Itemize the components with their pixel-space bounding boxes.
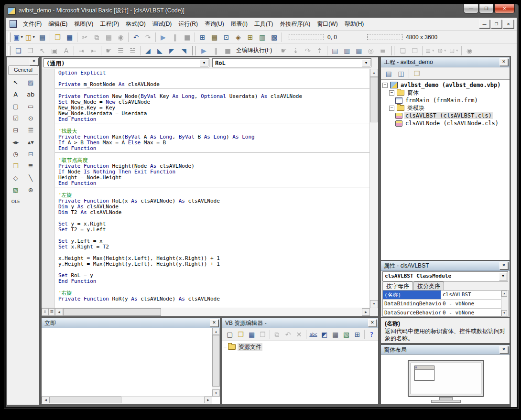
- cut-button[interactable]: ✂: [79, 32, 90, 43]
- project-explorer-button[interactable]: ⊞: [197, 32, 208, 43]
- toolbox-close-button[interactable]: ✕: [30, 58, 38, 65]
- save-resource-button[interactable]: ▦: [247, 330, 257, 340]
- new-resource-button[interactable]: ▢: [225, 330, 235, 340]
- toggle-bookmark-button[interactable]: ◢: [142, 45, 153, 56]
- component-manager-button[interactable]: ▩: [269, 32, 280, 43]
- scroll-left-button[interactable]: ◀: [42, 397, 50, 403]
- delete-resource-button[interactable]: ✕: [294, 330, 304, 340]
- class-item-1-label[interactable]: clsAVLBST (clsAVLBST.cls): [404, 112, 493, 119]
- string-table-button[interactable]: abc: [308, 330, 318, 340]
- menu-item[interactable]: 窗口(W): [314, 19, 341, 30]
- resource-editor-content[interactable]: ┈ 资源文件: [222, 341, 378, 404]
- property-value[interactable]: 0 - vbNone: [441, 300, 501, 308]
- scroll-down-button[interactable]: ▼: [212, 389, 220, 397]
- toolbar-grip[interactable]: [8, 32, 11, 42]
- full-module-view-button[interactable]: ☰: [48, 308, 55, 316]
- vscrollbar-tool[interactable]: ▴▾: [24, 137, 37, 147]
- tree-row-clsavlnode[interactable]: clsAVLNode (clsAVLNode.cls): [381, 119, 510, 127]
- resource-help-button[interactable]: ?: [367, 330, 377, 340]
- tree-row-forms-folder[interactable]: − 窗体: [381, 89, 510, 97]
- cursor-editor-button[interactable]: ◩: [319, 330, 329, 340]
- project-tree[interactable]: − avlbst_demo (avlbst_demo.vbp) − 窗体 frm…: [381, 79, 510, 260]
- immediate-title-bar[interactable]: 立即 ✕: [42, 318, 220, 328]
- locals-window-button[interactable]: ▤: [329, 45, 340, 56]
- procedure-view-button[interactable]: ≡: [42, 308, 48, 316]
- scroll-track[interactable]: [50, 397, 204, 404]
- paste-button[interactable]: ▤: [103, 32, 114, 43]
- class-folder-label[interactable]: 类模块: [406, 104, 425, 112]
- project-explorer-title-bar[interactable]: 工程 - avlbst_demo ✕: [381, 57, 510, 67]
- toggle-folders-button[interactable]: ❒: [411, 69, 423, 78]
- mdi-child-icon[interactable]: [10, 20, 17, 28]
- textbox-tool[interactable]: ab: [24, 89, 37, 99]
- next-bookmark-button[interactable]: ◣: [154, 45, 165, 56]
- hscrollbar-tool[interactable]: ◂▸: [10, 137, 22, 147]
- toggle-breakpoint-button[interactable]: ☛: [103, 45, 114, 56]
- open-resource-button[interactable]: ❒: [236, 330, 246, 340]
- dropdown-arrow-icon[interactable]: ▼: [362, 59, 370, 66]
- form-position-thumbnail[interactable]: [414, 366, 434, 381]
- menu-item[interactable]: 工程(P): [97, 19, 122, 30]
- object-dropdown[interactable]: (通用) ▼: [43, 58, 209, 67]
- mdi-close-button[interactable]: ✕: [503, 20, 514, 28]
- commandbutton-tool[interactable]: ▭: [24, 101, 37, 111]
- open-project-button[interactable]: ❒: [52, 32, 63, 43]
- watch-window-button[interactable]: ▦: [353, 45, 364, 56]
- tree-row-frmmain[interactable]: frmMain (frmMain.frm): [381, 97, 510, 104]
- property-name[interactable]: DataSourceBehavior: [383, 309, 441, 317]
- project-root-label[interactable]: avlbst_demo (avlbst_demo.vbp): [400, 82, 502, 88]
- outdent-button[interactable]: ⇤: [88, 45, 99, 56]
- ole-tool[interactable]: OLE: [10, 196, 22, 207]
- scroll-up-button[interactable]: ▲: [212, 328, 220, 335]
- run-end-button[interactable]: ■: [222, 45, 233, 56]
- list-constants-button[interactable]: ❐: [25, 45, 36, 56]
- resource-root-label[interactable]: 资源文件: [238, 343, 262, 351]
- tree-row-project[interactable]: − avlbst_demo (avlbst_demo.vbp): [381, 81, 510, 89]
- indent-button[interactable]: ⇥: [76, 45, 87, 56]
- add-project-button[interactable]: ▣▼: [13, 32, 24, 43]
- toolbar-grip[interactable]: [8, 46, 11, 55]
- bring-to-front-button[interactable]: ❏: [397, 45, 408, 56]
- image-tool[interactable]: ▧: [10, 184, 22, 195]
- scroll-thumb[interactable]: [63, 308, 161, 316]
- scroll-track[interactable]: [63, 308, 362, 316]
- form-item-label[interactable]: frmMain (frmMain.frm): [404, 97, 479, 104]
- data-tool[interactable]: ⊛: [24, 184, 37, 195]
- forms-folder-label[interactable]: 窗体: [406, 89, 420, 97]
- immediate-horizontal-scrollbar[interactable]: ◀ ▶: [42, 396, 212, 404]
- step-into-button[interactable]: ⇣: [290, 45, 301, 56]
- properties-window-button[interactable]: ▤: [209, 32, 220, 43]
- picturebox-tool[interactable]: ▨: [24, 77, 37, 87]
- view-code-button[interactable]: ▤: [383, 69, 394, 78]
- send-to-back-button[interactable]: ❐: [409, 45, 420, 56]
- form-layout-window-button[interactable]: ⊡: [221, 32, 232, 43]
- timer-tool[interactable]: ◷: [10, 149, 22, 159]
- menu-item[interactable]: 查询(U): [201, 19, 228, 30]
- previous-bookmark-button[interactable]: ◤: [166, 45, 177, 56]
- scroll-thumb[interactable]: [370, 77, 378, 122]
- object-selector-dropdown[interactable]: clsAVLBST ClassModule ▼: [382, 271, 508, 281]
- dropdown-arrow-icon[interactable]: ▼: [200, 59, 208, 66]
- properties-scrollbar[interactable]: ▲ ▼: [501, 290, 509, 317]
- maximize-button[interactable]: ❐: [479, 4, 494, 13]
- center-button[interactable]: ⊕▼: [436, 45, 447, 56]
- code-vertical-scrollbar[interactable]: ▲ ▼: [369, 69, 378, 308]
- toolbox-tab-general[interactable]: General: [8, 65, 38, 75]
- menu-item[interactable]: 工具(T): [251, 19, 276, 30]
- combobox-tool[interactable]: ⊟: [10, 125, 22, 135]
- label-tool[interactable]: A: [10, 89, 22, 99]
- menu-item[interactable]: 格式(O): [122, 19, 149, 30]
- align-button[interactable]: ≡▼: [424, 45, 435, 56]
- tree-expander[interactable]: −: [389, 106, 394, 111]
- project-explorer-close-button[interactable]: ✕: [499, 58, 508, 66]
- line-tool[interactable]: ╲: [24, 172, 37, 183]
- listbox-tool[interactable]: ☰: [24, 125, 37, 135]
- mdi-restore-button[interactable]: ❐: [491, 20, 502, 28]
- filelistbox-tool[interactable]: ≣: [24, 161, 37, 171]
- scroll-up-button[interactable]: ▲: [501, 291, 507, 297]
- menu-item[interactable]: 文件(F): [20, 19, 45, 30]
- copy-button[interactable]: ⧉: [91, 32, 102, 43]
- debug-breakpoint-button[interactable]: ☛: [278, 45, 289, 56]
- scroll-thumb[interactable]: [212, 335, 220, 387]
- export-resource-button[interactable]: ❐: [258, 330, 268, 340]
